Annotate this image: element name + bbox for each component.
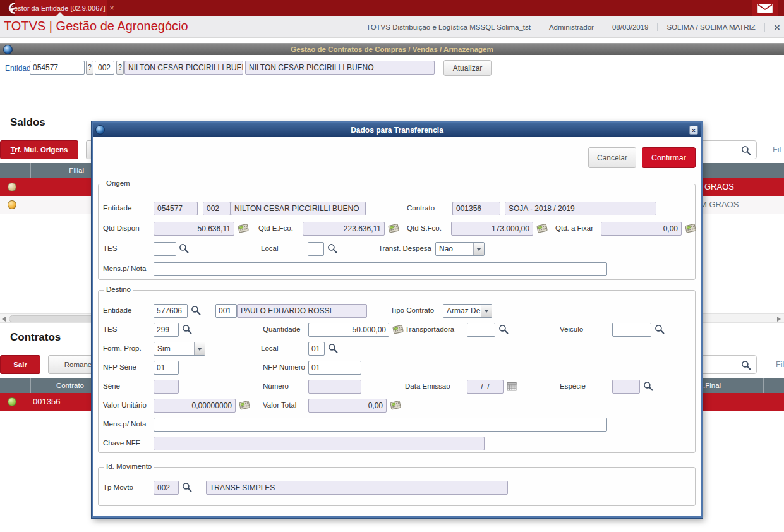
search-icon[interactable] <box>741 145 751 155</box>
contrato-number-cell: 001356 <box>33 393 60 411</box>
destino-entidade-codigo-input[interactable] <box>154 304 188 318</box>
serie-label: Série <box>103 382 120 390</box>
destino-local-label: Local <box>261 344 279 352</box>
calculator-icon[interactable] <box>536 223 548 233</box>
data-emissao-value: / / <box>467 380 504 394</box>
search-icon[interactable] <box>179 243 189 253</box>
dialog-title-bar[interactable]: Dados para Transferencia x <box>93 123 701 137</box>
search-icon[interactable] <box>643 381 653 391</box>
exit-icon[interactable]: ✕ <box>774 23 780 32</box>
contratos-col-final-fragment: .Final <box>703 378 721 393</box>
origem-tes-input[interactable] <box>154 242 176 256</box>
origem-entidade-nome: NILTON CESAR PICCIRILLI BUENO <box>231 202 366 215</box>
origem-mens-nota-label: Mens.p/ Nota <box>103 265 146 272</box>
search-icon[interactable] <box>498 324 509 334</box>
quantidade-input[interactable] <box>308 323 389 337</box>
origem-local-input[interactable] <box>308 242 324 256</box>
destino-fieldset: Destino Entidade PAULO EDUARDO ROSSI Tip… <box>98 290 696 453</box>
entity-store-help-button[interactable]: ? <box>116 61 124 75</box>
search-icon[interactable] <box>328 343 338 353</box>
chevron-down-icon[interactable] <box>194 342 205 355</box>
origem-entidade-loja: 002 <box>203 202 231 215</box>
origem-fieldset: Origem Entidade 054577 002 NILTON CESAR … <box>98 184 696 280</box>
tp-movto-value: 002 <box>154 481 179 495</box>
entity-code-help-button[interactable]: ? <box>86 61 93 75</box>
calculator-icon[interactable] <box>239 400 250 410</box>
calculator-icon[interactable] <box>392 324 404 334</box>
destino-mens-nota-input[interactable] <box>154 418 607 432</box>
dialog-close-icon[interactable]: x <box>689 126 698 135</box>
nfp-serie-input[interactable] <box>154 361 179 375</box>
destino-tes-label: TES <box>103 325 117 333</box>
form-prop-select[interactable]: Sim <box>154 342 205 356</box>
numero-value <box>308 380 361 394</box>
transf-despesa-select[interactable]: Nao <box>435 242 485 256</box>
chevron-down-icon[interactable] <box>481 305 492 317</box>
origem-mens-nota-input[interactable] <box>154 262 607 276</box>
search-icon[interactable] <box>182 324 192 334</box>
entity-code-input[interactable] <box>30 61 85 75</box>
tipo-contrato-select[interactable]: Armaz De 3 <box>443 304 492 318</box>
destino-entidade-nome: PAULO EDUARDO ROSSI <box>237 304 367 318</box>
id-movimento-fieldset: Id. Movimento Tp Movto 002 TRANSF SIMPLE… <box>98 467 696 506</box>
origem-entidade-label: Entidade <box>103 204 131 212</box>
refresh-button[interactable]: Atualizar <box>443 60 492 76</box>
destino-entidade-loja-input[interactable] <box>215 304 237 318</box>
origem-entidade-codigo: 054577 <box>154 202 198 215</box>
chevron-down-icon[interactable] <box>473 243 484 255</box>
transportadora-input[interactable] <box>467 323 495 337</box>
transfer-dialog: Dados para Transferencia x Cancelar Conf… <box>92 121 703 518</box>
search-icon[interactable] <box>741 360 751 370</box>
session-date: 08/03/2019 <box>603 23 649 31</box>
program-window-icon <box>3 45 13 54</box>
entity-store-input[interactable] <box>95 61 114 75</box>
calendar-icon[interactable] <box>507 382 517 391</box>
destino-tes-input[interactable] <box>154 323 179 337</box>
nfp-serie-label: NFP Série <box>103 363 136 371</box>
chave-nfe-label: Chave NFE <box>103 439 140 447</box>
saldos-col-filial: Filial <box>30 163 87 178</box>
destino-local-input[interactable] <box>308 342 325 356</box>
sair-button[interactable]: Sair <box>0 355 40 374</box>
origem-contrato-descricao: SOJA - 2018 / 2019 <box>505 202 656 215</box>
mail-button[interactable] <box>752 0 778 16</box>
tp-movto-descricao: TRANSF SIMPLES <box>206 481 508 495</box>
especie-label: Espécie <box>560 382 586 390</box>
dialog-window-icon <box>95 125 105 135</box>
search-icon[interactable] <box>327 243 337 253</box>
scroll-left-icon[interactable] <box>2 317 6 322</box>
confirm-button[interactable]: Confirmar <box>642 147 696 168</box>
valor-unitario-label: Valor Unitário <box>103 401 147 409</box>
id-movimento-legend: Id. Movimento <box>104 462 154 470</box>
qtd-sfco-label: Qtd S.Fco. <box>407 224 442 232</box>
origem-contrato-codigo: 001356 <box>452 202 500 215</box>
calculator-icon[interactable] <box>388 223 399 233</box>
exit-item[interactable]: ✕E <box>764 23 784 32</box>
calculator-icon[interactable] <box>238 223 249 233</box>
tp-movto-label: Tp Movto <box>103 483 133 491</box>
scroll-right-icon[interactable] <box>777 317 781 322</box>
saldos-filter-label-fragment: Fil <box>773 145 781 154</box>
chave-nfe-value <box>154 437 485 450</box>
veiculo-input[interactable] <box>612 323 651 337</box>
trf-mul-origens-button[interactable]: Trf. Mul. Origens <box>0 140 78 159</box>
tab-label: Gestor da Entidade [02.9.0067] <box>9 4 106 12</box>
search-icon[interactable] <box>182 482 192 492</box>
valor-total-value: 0,00 <box>308 399 387 413</box>
destino-mens-nota-label: Mens.p/ Nota <box>103 420 146 428</box>
calculator-icon[interactable] <box>390 400 401 410</box>
company-branch: SOLIMA / SOLIMA MATRIZ <box>657 23 755 31</box>
search-icon[interactable] <box>191 305 201 315</box>
especie-value <box>612 380 640 394</box>
status-tan-icon <box>8 183 16 191</box>
cancel-button[interactable]: Cancelar <box>588 147 636 168</box>
search-icon[interactable] <box>654 324 665 334</box>
form-prop-label: Form. Prop. <box>103 344 142 352</box>
program-title: Gestão de Contratos de Compras / Vendas … <box>0 44 784 56</box>
nfp-numero-label: NFP Numero <box>263 363 305 371</box>
nfp-numero-input[interactable] <box>308 361 361 375</box>
tab-close-icon[interactable]: × <box>109 4 114 12</box>
calculator-icon[interactable] <box>685 223 696 233</box>
qtd-dispon-label: Qtd Dispon <box>103 224 140 232</box>
saldos-section-title: Saldos <box>10 116 45 129</box>
